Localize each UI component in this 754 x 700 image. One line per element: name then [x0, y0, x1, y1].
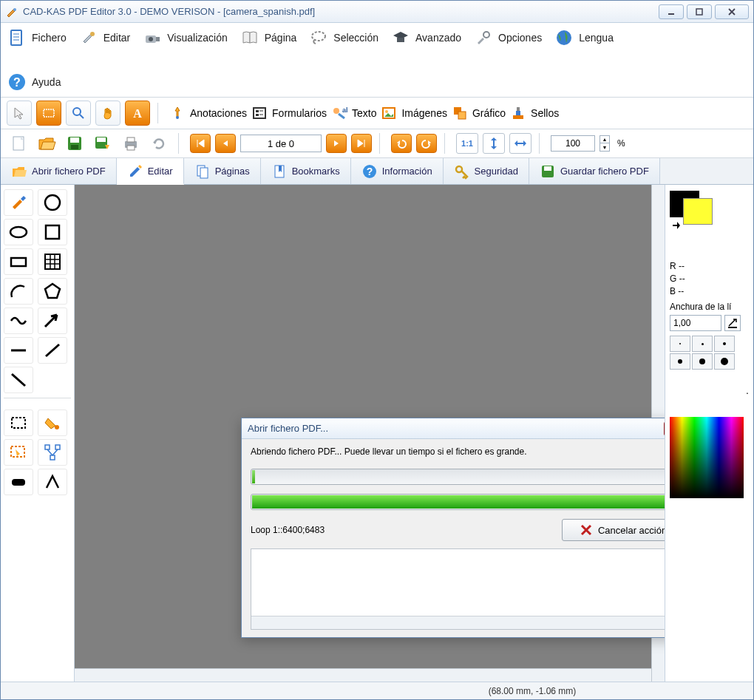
next-page-button[interactable] [326, 134, 347, 153]
menu-opciones[interactable]: Opciones [473, 27, 542, 48]
tab-bar: Abrir fichero PDF Editar Páginas Bookmar… [1, 158, 753, 185]
marquee-tool[interactable] [4, 410, 33, 436]
color-spectrum-picker[interactable] [670, 417, 744, 498]
prev-page-button[interactable] [215, 134, 236, 153]
dialog-log-area[interactable] [251, 548, 665, 630]
wave-tool[interactable] [4, 307, 33, 334]
svg-point-57 [10, 227, 27, 237]
tab-abrir[interactable]: Abrir fichero PDF [1, 158, 117, 184]
save-button[interactable] [63, 132, 86, 154]
zoom-up-button[interactable]: ▲ [600, 135, 610, 143]
open-file-button[interactable] [35, 132, 58, 154]
rounded-rect-tool[interactable] [4, 469, 33, 495]
circle-tool[interactable] [38, 189, 67, 216]
stamps-button[interactable]: Sellos [510, 105, 559, 121]
progress-bar-1 [251, 469, 665, 485]
menu-fichero[interactable]: Fichero [7, 27, 67, 48]
zoom-input[interactable] [551, 135, 595, 152]
close-button[interactable] [715, 4, 749, 19]
save-as-button[interactable] [91, 132, 115, 154]
svg-rect-68 [12, 418, 25, 428]
menu-editar[interactable]: Editar [78, 27, 131, 48]
line-width-input[interactable] [670, 315, 721, 331]
dialog-message: Abriendo fichero PDF... Puede llevar un … [251, 446, 665, 457]
polygon-tool[interactable] [38, 278, 67, 305]
arc-tool[interactable] [4, 278, 33, 305]
forms-button[interactable]: Formularios [251, 105, 327, 121]
swap-colors-icon[interactable] [671, 220, 682, 231]
width-preset-button[interactable] [724, 315, 741, 331]
rect-tool[interactable] [4, 248, 33, 275]
cancel-action-button[interactable]: Cancelar acción... [562, 519, 665, 541]
tab-bookmarks[interactable]: Bookmarks [261, 158, 351, 184]
tab-paginas[interactable]: Páginas [184, 158, 261, 184]
brush-tool[interactable] [4, 189, 33, 216]
hand-tool[interactable] [95, 101, 120, 126]
angle-tool[interactable] [38, 469, 67, 495]
fill-select-tool[interactable] [4, 439, 33, 466]
zoom-tool[interactable] [66, 101, 91, 126]
tab-editar[interactable]: Editar [117, 158, 184, 185]
svg-rect-72 [55, 445, 60, 449]
point-size-3[interactable] [714, 336, 735, 352]
text-button[interactable]: ab Texto [331, 105, 376, 121]
ellipse-tool[interactable] [4, 219, 33, 245]
menu-ayuda[interactable]: ? Ayuda [7, 72, 61, 92]
undo-button[interactable] [391, 134, 412, 153]
arrow-tool[interactable] [38, 307, 67, 334]
menu-seleccion[interactable]: Selección [308, 27, 378, 48]
page-number-input[interactable] [240, 135, 322, 152]
tab-guardar[interactable]: Guardar fichero PDF [529, 158, 660, 184]
point-size-2[interactable] [692, 336, 713, 352]
camera-icon [142, 27, 163, 48]
color-swatches[interactable] [670, 191, 749, 223]
zoom-down-button[interactable]: ▼ [600, 143, 610, 152]
fit-height-button[interactable] [483, 133, 505, 154]
new-file-button[interactable] [7, 132, 30, 154]
grid-tool[interactable] [38, 248, 67, 275]
select-rect-tool[interactable] [36, 101, 61, 126]
file-icon [7, 27, 27, 48]
tools-icon [473, 27, 494, 48]
menu-pagina[interactable]: Página [240, 27, 297, 48]
canvas-area[interactable]: Abrir fichero PDF... Abriendo fichero PD… [75, 185, 665, 682]
maximize-button[interactable] [687, 4, 712, 19]
last-page-button[interactable] [351, 134, 372, 153]
svg-point-14 [557, 30, 571, 45]
actual-size-button[interactable]: 1:1 [456, 133, 478, 154]
hline-tool[interactable] [4, 337, 33, 364]
annotations-button[interactable]: Anotaciones [169, 105, 247, 121]
text-tool[interactable]: A [125, 101, 150, 126]
minimize-button[interactable] [659, 4, 684, 19]
first-page-button[interactable] [190, 134, 211, 153]
point-size-6[interactable] [714, 353, 735, 370]
svg-rect-38 [70, 137, 79, 143]
svg-line-67 [12, 374, 25, 386]
menu-visualizacion[interactable]: Visualización [142, 27, 227, 48]
dialog-log-hscroll[interactable] [251, 616, 665, 629]
tab-informacion[interactable]: ? Información [351, 158, 444, 184]
tab-seguridad[interactable]: Seguridad [444, 158, 529, 184]
menu-avanzado[interactable]: Avanzado [390, 27, 461, 48]
refresh-button[interactable] [147, 132, 171, 154]
horizontal-scrollbar[interactable] [75, 668, 651, 682]
dialog-close-button[interactable] [664, 421, 665, 436]
point-size-1[interactable] [670, 336, 690, 352]
svg-rect-59 [11, 258, 26, 266]
point-size-4[interactable] [670, 353, 690, 370]
menu-lengua[interactable]: Lengua [554, 27, 614, 48]
node-edit-tool[interactable] [38, 439, 67, 466]
point-size-5[interactable] [692, 353, 713, 370]
print-button[interactable] [119, 132, 143, 154]
fit-width-button[interactable] [509, 133, 531, 154]
fill-bucket-tool[interactable] [38, 410, 67, 436]
diag-up-tool[interactable] [38, 337, 67, 364]
square-tool[interactable] [38, 219, 67, 245]
graphics-button[interactable]: Gráfico [452, 105, 506, 121]
cursor-tool[interactable] [7, 101, 32, 126]
redo-button[interactable] [416, 134, 437, 153]
images-button[interactable]: Imágenes [381, 105, 446, 121]
background-color-swatch[interactable] [683, 198, 713, 225]
diag-down-tool[interactable] [4, 367, 33, 393]
dialog-title-text: Abrir fichero PDF... [248, 423, 328, 434]
